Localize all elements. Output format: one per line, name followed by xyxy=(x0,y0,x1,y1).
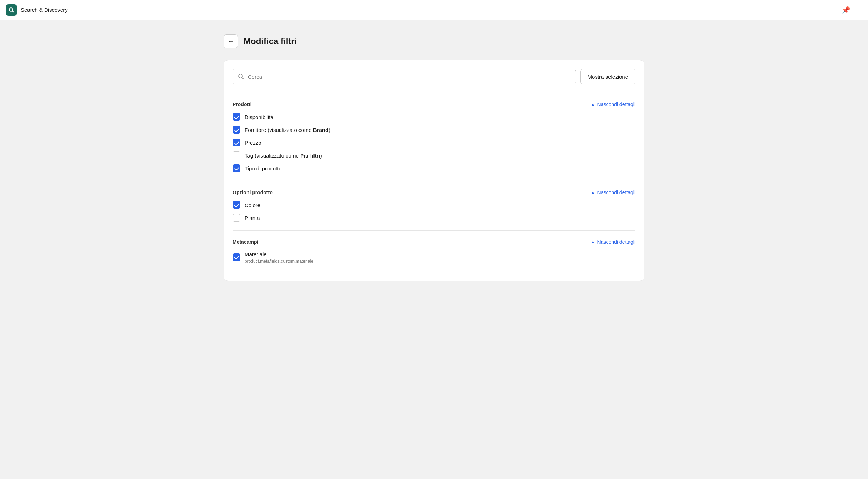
checkbox-item-tipo: Tipo di prodotto xyxy=(233,164,635,172)
item-info-pianta: Pianta xyxy=(245,214,260,222)
section-header-opzioni: Opzioni prodotto▲Nascondi dettagli xyxy=(233,190,635,195)
item-label-disponibilita: Disponibilità xyxy=(245,113,274,121)
section-opzioni: Opzioni prodotto▲Nascondi dettagliColore… xyxy=(233,181,635,230)
item-label-prezzo: Prezzo xyxy=(245,139,261,146)
chevron-up-icon: ▲ xyxy=(591,102,595,107)
checkbox-item-fornitore: Fornitore (visualizzato come Brand) xyxy=(233,126,635,134)
sections-container: Prodotti▲Nascondi dettagliDisponibilitàF… xyxy=(233,93,635,272)
checkbox-item-materiale: Materialeproduct.metafields.custom.mater… xyxy=(233,251,635,264)
item-label-pianta: Pianta xyxy=(245,214,260,222)
page-title: Modifica filtri xyxy=(244,36,297,46)
checkbox-colore[interactable] xyxy=(233,201,240,209)
topbar: Search & Discovery 📌 ··· xyxy=(0,0,868,20)
search-input[interactable] xyxy=(248,74,571,80)
item-info-fornitore: Fornitore (visualizzato come Brand) xyxy=(245,126,330,134)
item-label-colore: Colore xyxy=(245,201,260,209)
svg-line-1 xyxy=(12,11,14,12)
checkbox-fornitore[interactable] xyxy=(233,126,240,134)
checkbox-pianta[interactable] xyxy=(233,214,240,222)
mostra-selezione-button[interactable]: Mostra selezione xyxy=(580,69,635,84)
more-menu-icon[interactable]: ··· xyxy=(855,6,862,14)
checkbox-item-colore: Colore xyxy=(233,201,635,209)
item-info-disponibilita: Disponibilità xyxy=(245,113,274,121)
checkbox-list-prodotti: DisponibilitàFornitore (visualizzato com… xyxy=(233,113,635,172)
section-header-prodotti: Prodotti▲Nascondi dettagli xyxy=(233,102,635,107)
toggle-details-opzioni[interactable]: ▲Nascondi dettagli xyxy=(591,190,635,195)
item-label-fornitore: Fornitore (visualizzato come Brand) xyxy=(245,126,330,134)
checkbox-list-opzioni: ColorePianta xyxy=(233,201,635,222)
item-label-materiale: Materiale xyxy=(245,251,313,258)
item-info-tag: Tag (visualizzato come Più filtri) xyxy=(245,152,322,159)
search-wrapper[interactable] xyxy=(233,69,576,84)
app-title: Search & Discovery xyxy=(21,7,68,13)
section-title-prodotti: Prodotti xyxy=(233,102,252,107)
checkbox-list-metacampi: Materialeproduct.metafields.custom.mater… xyxy=(233,251,635,264)
checkbox-item-prezzo: Prezzo xyxy=(233,139,635,146)
checkbox-item-pianta: Pianta xyxy=(233,214,635,222)
checkbox-item-tag: Tag (visualizzato come Più filtri) xyxy=(233,151,635,159)
toggle-label-opzioni: Nascondi dettagli xyxy=(597,190,635,195)
section-metacampi: Metacampi▲Nascondi dettagliMaterialeprod… xyxy=(233,230,635,272)
main-content: ← Modifica filtri Mostra selezione Prodo… xyxy=(202,20,666,295)
search-icon xyxy=(238,73,244,80)
app-icon xyxy=(6,4,17,16)
toggle-details-prodotti[interactable]: ▲Nascondi dettagli xyxy=(591,102,635,107)
checkbox-disponibilita[interactable] xyxy=(233,113,240,121)
item-info-colore: Colore xyxy=(245,201,260,209)
checkbox-tipo[interactable] xyxy=(233,164,240,172)
page-header: ← Modifica filtri xyxy=(224,34,644,48)
pin-icon[interactable]: 📌 xyxy=(842,6,851,14)
section-header-metacampi: Metacampi▲Nascondi dettagli xyxy=(233,239,635,245)
section-title-opzioni: Opzioni prodotto xyxy=(233,190,273,195)
topbar-left: Search & Discovery xyxy=(6,4,68,16)
item-sub-materiale: product.metafields.custom.materiale xyxy=(245,259,313,264)
chevron-up-icon: ▲ xyxy=(591,240,595,244)
item-info-prezzo: Prezzo xyxy=(245,139,261,146)
section-title-metacampi: Metacampi xyxy=(233,239,258,245)
search-row: Mostra selezione xyxy=(233,69,635,84)
svg-line-3 xyxy=(242,78,244,79)
item-info-materiale: Materialeproduct.metafields.custom.mater… xyxy=(245,251,313,264)
toggle-label-prodotti: Nascondi dettagli xyxy=(597,102,635,107)
back-button[interactable]: ← xyxy=(224,34,238,48)
item-info-tipo: Tipo di prodotto xyxy=(245,165,282,172)
toggle-label-metacampi: Nascondi dettagli xyxy=(597,239,635,245)
checkbox-prezzo[interactable] xyxy=(233,139,240,146)
checkbox-tag[interactable] xyxy=(233,151,240,159)
checkbox-materiale[interactable] xyxy=(233,253,240,261)
filters-card: Mostra selezione Prodotti▲Nascondi detta… xyxy=(224,60,644,281)
item-label-tipo: Tipo di prodotto xyxy=(245,165,282,172)
item-label-tag: Tag (visualizzato come Più filtri) xyxy=(245,152,322,159)
section-prodotti: Prodotti▲Nascondi dettagliDisponibilitàF… xyxy=(233,93,635,181)
topbar-right: 📌 ··· xyxy=(842,6,862,14)
toggle-details-metacampi[interactable]: ▲Nascondi dettagli xyxy=(591,239,635,245)
checkbox-item-disponibilita: Disponibilità xyxy=(233,113,635,121)
chevron-up-icon: ▲ xyxy=(591,190,595,195)
